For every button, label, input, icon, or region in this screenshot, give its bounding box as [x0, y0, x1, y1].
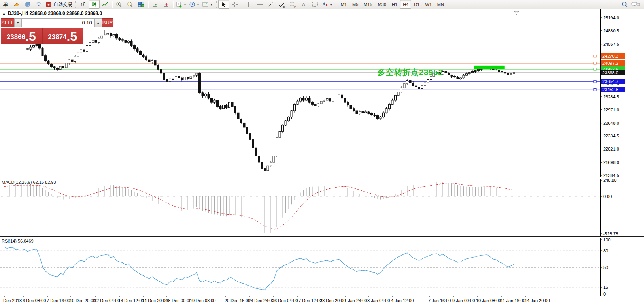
signal-button[interactable] — [33, 0, 44, 9]
text-button[interactable]: A — [298, 0, 310, 9]
volume-decrease-button[interactable]: ▼ — [14, 19, 22, 27]
time-tick-label: 26 Dec 04:00 — [272, 298, 298, 303]
hline-price-label: 23452.8 — [601, 87, 625, 92]
window-right-edge — [639, 9, 639, 296]
search-icon[interactable] — [621, 1, 628, 8]
price-tick-label: 22021.0 — [603, 147, 619, 151]
chart-title-text: DJ30-,H4 23868.0 23868.0 23868.0 23868.0 — [8, 11, 102, 16]
timeframe-button-MN[interactable]: MN — [434, 0, 447, 9]
line-chart-button[interactable] — [100, 0, 111, 9]
price-tick-label: 21698.0 — [603, 160, 619, 165]
text-label-button[interactable]: T — [310, 0, 321, 9]
order-book-icon — [13, 1, 20, 8]
rsi-label: RSI(14) 56.0469 — [2, 239, 34, 243]
time-tick-label: Dec 2018 — [3, 298, 22, 303]
sell-price-frac: .5 — [25, 30, 36, 43]
svg-text:T: T — [314, 2, 316, 7]
vertical-line-button[interactable] — [243, 0, 254, 9]
trendline-icon — [268, 1, 274, 8]
time-tick-label: 18 Dec 00:00 — [166, 298, 191, 303]
hline-price-label: 24270.3 — [601, 53, 625, 59]
toolbar-grip[interactable] — [74, 1, 77, 8]
svg-text:A: A — [302, 2, 305, 8]
vertical-line-icon — [246, 1, 251, 8]
zoom-in-button[interactable] — [113, 0, 125, 9]
periodicity-button[interactable]: ▼ — [188, 0, 201, 9]
new-order-label: 单 — [3, 1, 8, 8]
timeframe-button-M30[interactable]: M30 — [375, 0, 389, 9]
timeframe-button-M5[interactable]: M5 — [349, 0, 361, 9]
time-tick-label: 7 Dec 16:00 — [47, 298, 70, 303]
time-tick-label: 14 Dec 20:00 — [142, 298, 168, 303]
volume-increase-button[interactable]: ▲ — [94, 19, 102, 27]
price-tick-label: 24557.5 — [603, 42, 619, 47]
history-icon — [24, 1, 31, 8]
timeframe-button-H1[interactable]: H1 — [389, 0, 400, 9]
price-tick-label: 25194.0 — [603, 15, 619, 20]
toolbar-grip[interactable] — [335, 1, 337, 8]
crosshair-button[interactable] — [229, 0, 240, 9]
fibonacci-button[interactable]: F — [287, 0, 298, 9]
order-book-button[interactable] — [11, 0, 22, 9]
zoom-in-icon — [115, 1, 123, 8]
time-tick-label: 4 Jan 12:00 — [391, 298, 414, 303]
timeframe-button-W1[interactable]: W1 — [422, 0, 434, 9]
timeframe-button-H4[interactable]: H4 — [400, 0, 411, 9]
macd-panel-divider[interactable] — [0, 177, 644, 179]
cursor-button[interactable] — [218, 0, 229, 9]
timeframe-button-D1[interactable]: D1 — [411, 0, 422, 9]
time-tick-label: 7 Jan 16:00 — [428, 298, 451, 303]
volume-input[interactable] — [22, 19, 94, 27]
chat-icon[interactable] — [631, 1, 640, 8]
rsi-panel-divider[interactable] — [0, 236, 644, 238]
equidistant-channel-button[interactable]: E — [276, 0, 287, 9]
bar-chart-icon — [79, 1, 87, 8]
indicator-show-button[interactable] — [149, 0, 161, 9]
buy-price[interactable]: 23874 .5 — [42, 28, 83, 44]
trendline-button[interactable] — [265, 0, 276, 9]
indicator-data-button[interactable] — [161, 0, 172, 9]
collapse-arrow-icon[interactable]: ▲ — [2, 12, 6, 15]
chart-title: ▲ DJ30-,H4 23868.0 23868.0 23868.0 23868… — [2, 11, 102, 16]
volume-stepper: ▼ ▲ — [14, 18, 102, 27]
time-tick-label: 20 Dec 16:00 — [225, 298, 250, 303]
timeframe-toolbar: M1M5M15M30H1H4D1W1MN — [338, 0, 447, 9]
toolbar-grip[interactable] — [215, 1, 217, 8]
macd-label: MACD(12,26,9) 62.15 82.93 — [2, 180, 56, 185]
chart-canvas[interactable] — [0, 0, 644, 305]
buy-button[interactable]: BUY — [102, 18, 113, 27]
zoom-out-button[interactable] — [125, 0, 136, 9]
bar-chart-button[interactable] — [77, 0, 89, 9]
tile-windows-button[interactable] — [136, 0, 147, 9]
timeframe-button-M15[interactable]: M15 — [361, 0, 375, 9]
hline-price-label: 23654.7 — [601, 79, 625, 84]
equidistant-channel-icon: E — [278, 1, 285, 8]
sell-button[interactable]: SELL — [1, 18, 14, 27]
time-tick-label: 28 Dec 20:00 — [320, 298, 346, 303]
history-center-button[interactable] — [22, 0, 33, 9]
sell-price[interactable]: 23866 .5 — [1, 28, 42, 44]
time-tick-label: 10 Dec 20:00 — [70, 298, 95, 303]
autotrading-button[interactable]: 自动交易 — [44, 0, 74, 9]
fibonacci-icon: F — [289, 1, 297, 8]
candlestick-chart-button[interactable] — [89, 0, 100, 9]
template-button[interactable]: ▼ — [201, 0, 214, 9]
dropdown-caret: ▼ — [183, 3, 187, 6]
clock-icon — [189, 1, 196, 8]
line-chart-icon — [102, 1, 109, 8]
rsi-tick-label: 15 — [603, 285, 608, 290]
rsi-tick-label: 50 — [603, 265, 608, 270]
time-tick-label: 27 Dec 12:00 — [296, 298, 322, 303]
price-tick-label: 22648.0 — [603, 121, 619, 126]
horizontal-line-button[interactable] — [254, 0, 265, 9]
indicator-show-icon — [151, 1, 159, 8]
text-icon: A — [301, 1, 307, 8]
macd-tick-label: -528.78 — [603, 232, 618, 236]
dropdown-caret: ▼ — [210, 3, 213, 6]
arrow-objects-button[interactable]: ▼ — [321, 0, 334, 9]
main-toolbar: 单 自动交易 — [0, 0, 644, 9]
new-order-button[interactable]: 单 — [0, 0, 11, 9]
add-indicator-button[interactable]: ▼ — [174, 0, 188, 9]
sell-price-main: 23866 — [7, 31, 25, 43]
timeframe-button-M1[interactable]: M1 — [338, 0, 349, 9]
